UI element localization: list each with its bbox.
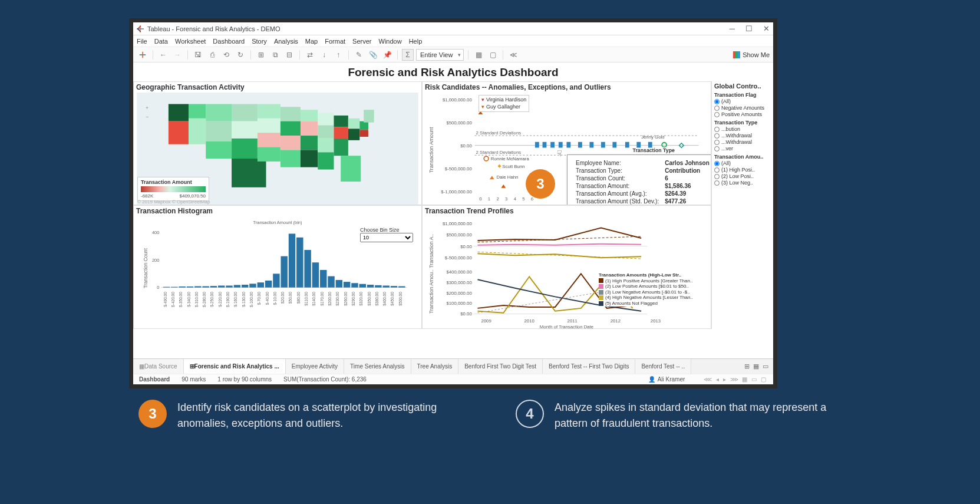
svg-rect-5 <box>140 54 146 55</box>
svg-text:$-70.00: $-70.00 <box>257 292 261 305</box>
svg-rect-60 <box>567 142 571 148</box>
svg-rect-19 <box>258 118 281 133</box>
back-button[interactable]: ← <box>157 49 169 61</box>
svg-rect-35 <box>334 127 348 138</box>
sort-desc-icon[interactable]: ↑ <box>332 49 344 61</box>
tab-benford1[interactable]: Benford First Two Digit Test <box>458 359 543 374</box>
forward-button[interactable]: → <box>171 49 183 61</box>
highlight-icon[interactable]: ✎ <box>353 49 365 61</box>
status-marks: 90 marks <box>182 376 206 383</box>
svg-rect-111 <box>344 282 350 288</box>
svg-text:$-310.00: $-310.00 <box>194 292 199 307</box>
svg-rect-34 <box>334 116 348 127</box>
save-icon[interactable]: 🖫 <box>192 49 204 61</box>
menu-dashboard[interactable]: Dashboard <box>213 38 245 45</box>
menu-story[interactable]: Story <box>252 38 267 45</box>
amt-opt-2[interactable]: (2) Low Posi.. <box>714 173 771 179</box>
type-opt-1[interactable]: ...Withdrawal <box>714 133 771 139</box>
tableau-logo-small-icon[interactable] <box>137 49 149 61</box>
scatter-viz[interactable]: $1,000,000.00 $500,000.00 $0.00 $-500,00… <box>423 93 711 205</box>
clear-icon[interactable]: ⊟ <box>283 49 295 61</box>
tab-benford3[interactable]: Benford Test -- .. <box>635 359 691 374</box>
trend-panel: Transaction Trend Profiles Transaction A… <box>422 205 711 329</box>
menu-server[interactable]: Server <box>352 38 371 45</box>
type-opt-3[interactable]: ...ver <box>714 146 771 151</box>
menu-map[interactable]: Map <box>305 38 318 45</box>
new-story-icon[interactable]: ▭ <box>763 363 768 370</box>
svg-rect-38 <box>348 129 359 140</box>
svg-text:Transaction Amount (bin): Transaction Amount (bin) <box>253 220 303 225</box>
view-mode-dropdown[interactable]: Entire View <box>416 49 464 61</box>
svg-rect-118 <box>398 286 405 288</box>
tab-employee[interactable]: Employee Activity <box>286 359 344 374</box>
sort-asc-icon[interactable]: ↓ <box>318 49 330 61</box>
svg-text:Jenny Gold: Jenny Gold <box>641 134 664 140</box>
show-me-button[interactable]: Show Me <box>733 51 770 58</box>
nav-arrows-icon[interactable]: ⋘ ◂ ▸ ⋙ ▦ ▭ ▢ <box>704 376 767 383</box>
svg-rect-57 <box>543 142 547 148</box>
svg-rect-40 <box>359 121 368 130</box>
svg-rect-23 <box>281 121 301 136</box>
flag-opt-pos[interactable]: Positive Amounts <box>714 111 771 117</box>
tab-benford2[interactable]: Benford Test -- First Two Digits <box>543 359 635 374</box>
type-opt-0[interactable]: ...bution <box>714 126 771 132</box>
pin-icon[interactable]: 📌 <box>381 49 393 61</box>
amt-opt-3[interactable]: (3) Low Neg.. <box>714 180 771 186</box>
map-viz[interactable]: + − Transaction Amount -682K$409,070.50 … <box>134 93 421 205</box>
svg-rect-59 <box>559 142 563 148</box>
menu-window[interactable]: Window <box>379 38 402 45</box>
new-sheet-icon[interactable]: ⊞ <box>744 363 750 370</box>
svg-rect-28 <box>301 136 318 150</box>
group-icon[interactable]: 📎 <box>367 49 379 61</box>
map-legend: Transaction Amount -682K$409,070.50 <box>137 177 209 201</box>
refresh-icon[interactable]: ⟲ <box>220 49 232 61</box>
tab-active[interactable]: ⊞ Forensic and Risk Analytics ... <box>184 359 286 374</box>
type-opt-2[interactable]: ...Withdrawal <box>714 139 771 145</box>
new-dash-icon[interactable]: ▦ <box>753 363 759 370</box>
presentation-icon[interactable]: ▢ <box>487 49 499 61</box>
svg-text:2013: 2013 <box>651 318 661 324</box>
histogram-viz[interactable]: Choose Bin Size 10 Transaction Amount (b… <box>134 216 421 328</box>
tab-tree[interactable]: Tree Analysis <box>411 359 459 374</box>
menu-data[interactable]: Data <box>154 38 168 45</box>
svg-text:$400.00: $400.00 <box>382 292 387 306</box>
svg-rect-107 <box>312 262 319 287</box>
svg-rect-17 <box>232 159 266 187</box>
svg-rect-95 <box>218 285 225 287</box>
menu-analysis[interactable]: Analysis <box>274 38 298 45</box>
maximize-button[interactable]: ☐ <box>745 24 753 33</box>
svg-rect-91 <box>187 286 193 288</box>
bin-size-control[interactable]: Choose Bin Size 10 <box>360 227 413 242</box>
totals-icon[interactable]: Σ <box>402 49 414 61</box>
cards-icon[interactable]: ▦ <box>473 49 484 61</box>
svg-rect-106 <box>304 250 311 288</box>
svg-rect-18 <box>258 104 281 118</box>
trend-viz[interactable]: Transaction Amou.. Transaction A.. $1,00… <box>423 216 711 328</box>
minimize-button[interactable]: ─ <box>730 24 735 33</box>
menu-format[interactable]: Format <box>325 38 345 45</box>
new-data-icon[interactable]: ⎙ <box>206 49 218 61</box>
flag-opt-neg[interactable]: Negative Amounts <box>714 105 771 111</box>
menu-help[interactable]: Help <box>409 38 423 45</box>
new-worksheet-icon[interactable]: ⊞ <box>255 49 267 61</box>
tab-datasource[interactable]: ▦ Data Source <box>133 359 184 374</box>
svg-rect-25 <box>281 150 301 167</box>
svg-text:200: 200 <box>152 258 159 263</box>
tableau-window: Tableau - Forensic and Risk Analytics - … <box>133 22 773 384</box>
duplicate-icon[interactable]: ⧉ <box>269 49 281 61</box>
swap-icon[interactable]: ⇄ <box>304 49 316 61</box>
close-button[interactable]: ✕ <box>763 24 770 33</box>
auto-update-icon[interactable]: ↻ <box>235 49 246 61</box>
svg-text:$400,000.00: $400,000.00 <box>446 269 472 275</box>
menu-worksheet[interactable]: Worksheet <box>175 38 206 45</box>
svg-text:$-160.00: $-160.00 <box>233 292 237 307</box>
svg-text:$170.00: $170.00 <box>320 292 324 306</box>
svg-text:$-350.00: $-350.00 <box>179 292 183 307</box>
menu-file[interactable]: File <box>137 38 147 45</box>
amt-opt-1[interactable]: (1) High Posi.. <box>714 167 771 173</box>
amt-opt-all[interactable]: (All) <box>714 160 771 166</box>
svg-text:$-190.00: $-190.00 <box>226 292 230 307</box>
flag-opt-all[interactable]: (All) <box>714 98 771 104</box>
tab-timeseries[interactable]: Time Series Analysis <box>344 359 411 374</box>
share-icon[interactable]: ≪ <box>507 49 519 61</box>
